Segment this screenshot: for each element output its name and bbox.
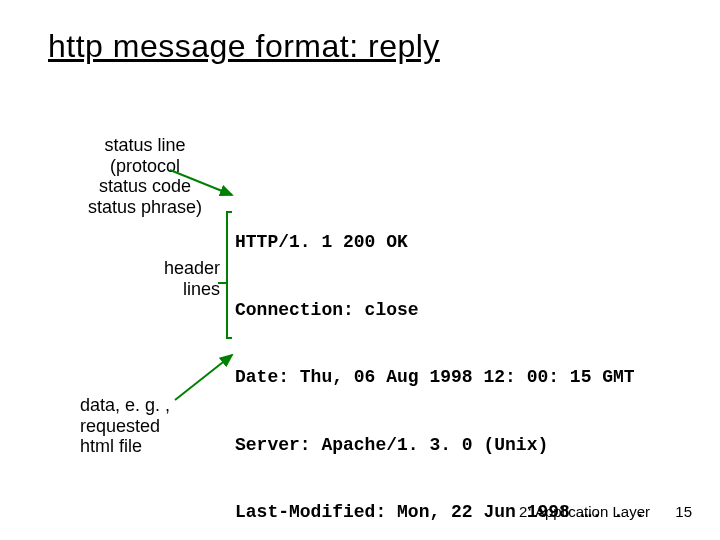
http-header-line: Server: Apache/1. 3. 0 (Unix) (235, 434, 645, 457)
annotation-status-line: status line(protocolstatus codestatus ph… (80, 135, 210, 218)
footer-page-number: 15 (675, 503, 692, 520)
footer-section: 2: Application Layer (519, 503, 650, 520)
annotation-data: data, e. g. ,requestedhtml file (80, 395, 200, 457)
slide-title: http message format: reply (48, 28, 440, 65)
http-header-line: Date: Thu, 06 Aug 1998 12: 00: 15 GMT (235, 366, 645, 389)
http-status-line: HTTP/1. 1 200 OK (235, 231, 645, 254)
http-header-line: Connection: close (235, 299, 645, 322)
http-reply-block: HTTP/1. 1 200 OK Connection: close Date:… (235, 186, 645, 540)
svg-line-2 (175, 355, 232, 400)
annotation-header-lines: headerlines (140, 258, 220, 299)
